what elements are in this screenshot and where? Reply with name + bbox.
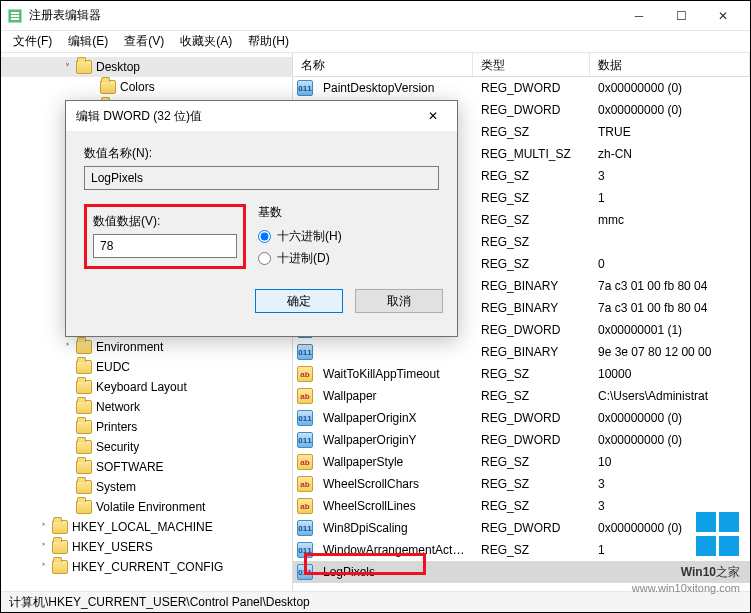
folder-icon [76,360,92,374]
list-row[interactable]: 011PaintDesktopVersionREG_DWORD0x0000000… [293,77,750,99]
cell-type: REG_BINARY [473,279,590,293]
folder-icon [52,560,68,574]
value-data-field[interactable] [93,234,237,258]
folder-icon [76,420,92,434]
tree-label: SOFTWARE [96,460,164,474]
list-row[interactable]: 011WallpaperOriginYREG_DWORD0x00000000 (… [293,429,750,451]
svg-rect-2 [11,15,19,17]
cell-data: mmc [590,213,750,227]
folder-icon [76,340,92,354]
tree-item[interactable]: Colors [1,77,292,97]
menu-file[interactable]: 文件(F) [7,31,58,52]
folder-icon [76,60,92,74]
tree-item[interactable]: Network [1,397,292,417]
folder-icon [76,500,92,514]
tree-label: HKEY_USERS [72,540,153,554]
list-row[interactable]: abWheelScrollCharsREG_SZ3 [293,473,750,495]
cell-data: TRUE [590,125,750,139]
tree-label: Network [96,400,140,414]
cell-data: C:\Users\Administrat [590,389,750,403]
list-row[interactable]: abWallpaperStyleREG_SZ10 [293,451,750,473]
col-data[interactable]: 数据 [590,53,750,76]
radio-hex[interactable]: 十六进制(H) [258,225,342,247]
folder-icon [100,80,116,94]
folder-icon [52,520,68,534]
tree-item[interactable]: EUDC [1,357,292,377]
expander-icon[interactable] [61,381,74,394]
cell-type: REG_DWORD [473,521,590,535]
windows-logo-icon [696,512,740,556]
tree-item[interactable]: Keyboard Layout [1,377,292,397]
cell-type: REG_SZ [473,543,590,557]
cell-data: 3 [590,499,750,513]
cell-data: 10000 [590,367,750,381]
expander-icon[interactable]: ˃ [37,541,50,554]
list-row[interactable]: 011REG_BINARY9e 3e 07 80 12 00 00 [293,341,750,363]
string-value-icon: ab [297,388,313,404]
cancel-button[interactable]: 取消 [355,289,443,313]
dialog-close-button[interactable]: ✕ [419,106,447,126]
tree-item[interactable]: ˃Environment [1,337,292,357]
value-data-label: 数值数据(V): [93,213,237,230]
expander-icon[interactable] [61,421,74,434]
expander-icon[interactable]: ˃ [61,341,74,354]
string-value-icon: ab [297,476,313,492]
menu-edit[interactable]: 编辑(E) [62,31,114,52]
menu-help[interactable]: 帮助(H) [242,31,295,52]
tree-item[interactable]: Printers [1,417,292,437]
expander-icon[interactable] [61,481,74,494]
minimize-button[interactable]: ─ [618,2,660,30]
list-row[interactable]: 011WallpaperOriginXREG_DWORD0x00000000 (… [293,407,750,429]
dialog-title: 编辑 DWORD (32 位)值 [76,108,419,125]
brand-title: Win10之家 [632,556,740,582]
col-type[interactable]: 类型 [473,53,590,76]
cell-data: 0x00000000 (0) [590,81,750,95]
cell-type: REG_BINARY [473,345,590,359]
tree-item[interactable]: ˃HKEY_USERS [1,537,292,557]
expander-icon[interactable] [61,461,74,474]
dialog-titlebar: 编辑 DWORD (32 位)值 ✕ [66,101,457,131]
radio-hex-input[interactable] [258,230,271,243]
expander-icon[interactable] [61,401,74,414]
radio-dec[interactable]: 十进制(D) [258,247,342,269]
tree-item[interactable]: ˅Desktop [1,57,292,77]
expander-icon[interactable] [61,441,74,454]
close-button[interactable]: ✕ [702,2,744,30]
tree-item[interactable]: ˃HKEY_CURRENT_CONFIG [1,557,292,577]
base-label: 基数 [258,204,342,221]
tree-item[interactable]: SOFTWARE [1,457,292,477]
svg-rect-1 [11,12,19,14]
expander-icon[interactable]: ˃ [37,561,50,574]
tree-item[interactable]: Volatile Environment [1,497,292,517]
expander-icon[interactable] [85,81,98,94]
expander-icon[interactable]: ˅ [61,61,74,74]
list-row[interactable]: abWallpaperREG_SZC:\Users\Administrat [293,385,750,407]
cell-name: WallpaperOriginX [315,411,473,425]
tree-label: HKEY_LOCAL_MACHINE [72,520,213,534]
list-header: 名称 类型 数据 [293,53,750,77]
binary-value-icon: 011 [297,564,313,580]
value-name-field[interactable] [84,166,439,190]
tree-item[interactable]: Security [1,437,292,457]
maximize-button[interactable]: ☐ [660,2,702,30]
binary-value-icon: 011 [297,520,313,536]
tree-label: Colors [120,80,155,94]
tree-item[interactable]: System [1,477,292,497]
cell-data: 3 [590,477,750,491]
col-name[interactable]: 名称 [293,53,473,76]
cell-data: 0x00000000 (0) [590,433,750,447]
expander-icon[interactable] [61,361,74,374]
ok-button[interactable]: 确定 [255,289,343,313]
cell-data: 0 [590,257,750,271]
statusbar: 计算机\HKEY_CURRENT_USER\Control Panel\Desk… [1,591,750,613]
brand-url: www.win10xitong.com [632,582,740,594]
radio-dec-input[interactable] [258,252,271,265]
expander-icon[interactable] [61,501,74,514]
cell-type: REG_SZ [473,169,590,183]
tree-item[interactable]: ˃HKEY_LOCAL_MACHINE [1,517,292,537]
list-row[interactable]: abWaitToKillAppTimeoutREG_SZ10000 [293,363,750,385]
cell-name: WheelScrollChars [315,477,473,491]
expander-icon[interactable]: ˃ [37,521,50,534]
menu-view[interactable]: 查看(V) [118,31,170,52]
menu-favorites[interactable]: 收藏夹(A) [174,31,238,52]
